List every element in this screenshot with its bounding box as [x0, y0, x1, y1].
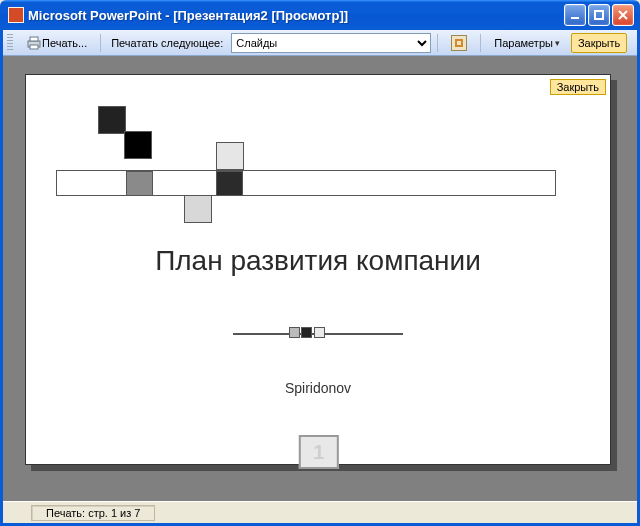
- deco-square: [216, 142, 244, 170]
- preview-workspace[interactable]: Закрыть План развития компании Spiridono…: [3, 56, 637, 501]
- close-window-button[interactable]: [612, 4, 634, 26]
- toolbar-separator: [437, 34, 438, 52]
- close-preview-button[interactable]: Закрыть: [571, 33, 627, 53]
- minimize-icon: [569, 9, 581, 21]
- svg-rect-1: [595, 11, 603, 19]
- slide-content: План развития компании Spiridonov 1: [26, 75, 610, 464]
- svg-rect-3: [30, 37, 38, 41]
- status-text: Печать: стр. 1 из 7: [31, 505, 155, 521]
- print-what-select[interactable]: Слайды: [231, 33, 431, 53]
- deco-square: [289, 327, 300, 338]
- minimize-button[interactable]: [564, 4, 586, 26]
- frame-slides-button[interactable]: [444, 33, 474, 53]
- print-button[interactable]: Печать...: [19, 33, 94, 53]
- slide-number-box: 1: [299, 435, 339, 469]
- print-button-label: Печать...: [42, 37, 87, 49]
- titlebar: Microsoft PowerPoint - [Презентация2 [Пр…: [0, 0, 640, 30]
- deco-square: [314, 327, 325, 338]
- toolbar-separator: [100, 34, 101, 52]
- preview-page: Закрыть План развития компании Spiridono…: [25, 74, 611, 465]
- deco-square: [301, 327, 312, 338]
- slide-title: План развития компании: [26, 245, 610, 277]
- frame-icon: [451, 35, 467, 51]
- toolbar-grip[interactable]: [7, 34, 13, 52]
- chevron-down-icon: ▾: [555, 38, 560, 48]
- window-title: Microsoft PowerPoint - [Презентация2 [Пр…: [28, 8, 564, 23]
- maximize-icon: [593, 9, 605, 21]
- svg-rect-4: [30, 45, 38, 49]
- window-body: Печать... Печатать следующее: Слайды Пар…: [0, 30, 640, 526]
- deco-square: [216, 171, 243, 196]
- svg-rect-0: [571, 17, 579, 19]
- printer-icon: [26, 36, 42, 50]
- slide-number: 1: [313, 441, 324, 464]
- close-preview-label: Закрыть: [578, 37, 620, 49]
- maximize-button[interactable]: [588, 4, 610, 26]
- slide-author: Spiridonov: [26, 380, 610, 396]
- app-icon: [8, 7, 24, 23]
- close-icon: [617, 9, 629, 21]
- window-controls: [564, 4, 634, 26]
- deco-square: [126, 171, 153, 196]
- print-next-label: Печатать следующее:: [107, 37, 227, 49]
- print-preview-toolbar: Печать... Печатать следующее: Слайды Пар…: [3, 30, 637, 56]
- toolbar-separator: [480, 34, 481, 52]
- deco-square: [124, 131, 152, 159]
- deco-square: [184, 195, 212, 223]
- options-button[interactable]: Параметры ▾: [487, 33, 567, 53]
- options-button-label: Параметры: [494, 37, 553, 49]
- deco-square: [98, 106, 126, 134]
- status-bar: Печать: стр. 1 из 7: [3, 501, 637, 523]
